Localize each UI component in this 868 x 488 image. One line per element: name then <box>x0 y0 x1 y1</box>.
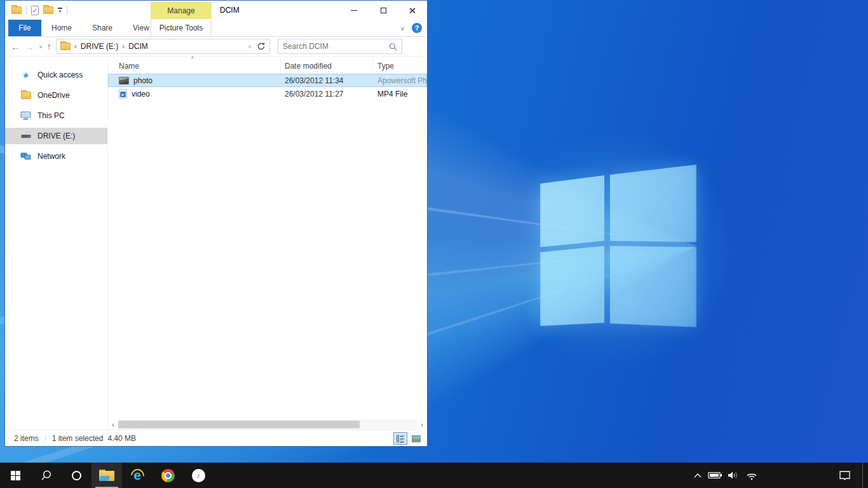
sidebar-item-onedrive[interactable]: OneDrive <box>5 87 107 104</box>
column-header-type[interactable]: Type <box>373 62 427 71</box>
refresh-icon[interactable] <box>257 42 266 51</box>
scroll-left-icon[interactable]: ‹ <box>108 419 118 430</box>
forward-button[interactable]: → <box>25 42 34 51</box>
taskbar-search-button[interactable] <box>31 463 61 488</box>
wifi-icon <box>745 471 758 480</box>
column-headers: ∧ Name Date modified Type <box>108 58 427 74</box>
volume-button[interactable] <box>724 463 742 488</box>
sidebar-item-drive-e[interactable]: DRIVE (E:) <box>5 128 107 144</box>
column-header-date-modified[interactable]: Date modified <box>281 58 373 74</box>
breadcrumb-drive[interactable]: DRIVE (E:) <box>81 42 118 51</box>
photo-file-icon <box>119 77 129 85</box>
column-header-name[interactable]: Name <box>108 58 281 74</box>
title-bar: ✓ ▾ Manage DCIM ✕ <box>5 1 427 20</box>
onedrive-folder-icon <box>20 92 31 99</box>
quick-access-toolbar: ✓ ▾ <box>11 1 67 20</box>
scrollbar-thumb[interactable] <box>118 421 360 428</box>
breadcrumb-separator: › <box>74 42 77 51</box>
minimize-button[interactable] <box>339 1 369 20</box>
recent-locations-chevron-icon[interactable]: ∨ <box>39 44 43 50</box>
tab-picture-tools[interactable]: Picture Tools <box>151 20 212 36</box>
tab-home[interactable]: Home <box>41 20 82 36</box>
app-icon[interactable] <box>11 6 22 14</box>
breadcrumb-dcim[interactable]: DCIM <box>128 42 148 51</box>
window-title: DCIM <box>220 1 240 20</box>
cortana-icon <box>72 471 81 480</box>
close-icon: ✕ <box>409 6 417 15</box>
search-box <box>278 39 402 54</box>
file-date-modified: 26/03/2012 11:27 <box>281 90 373 98</box>
desktop: ✓ ▾ Manage DCIM ✕ File Home Share View P… <box>0 0 868 488</box>
tab-share[interactable]: Share <box>82 20 123 36</box>
file-type: Apowersoft Pho <box>373 76 427 85</box>
tab-file[interactable]: File <box>8 20 41 36</box>
sidebar-item-network[interactable]: Network <box>5 148 107 165</box>
properties-icon[interactable]: ✓ <box>31 6 39 15</box>
search-icon <box>40 470 52 482</box>
drive-icon <box>20 133 31 139</box>
windows-logo <box>540 164 696 328</box>
cortana-button[interactable] <box>61 463 92 488</box>
customize-qat-icon[interactable]: ▾ <box>58 8 62 13</box>
action-center-icon <box>839 470 851 481</box>
windows-start-icon <box>11 471 20 480</box>
this-pc-icon <box>20 111 31 120</box>
file-date-modified: 26/03/2012 11:34 <box>281 76 373 85</box>
battery-status-button[interactable] <box>706 463 724 488</box>
separator <box>26 6 27 15</box>
network-button[interactable] <box>742 463 762 488</box>
back-button[interactable]: ← <box>11 42 20 51</box>
chrome-button[interactable] <box>153 463 183 488</box>
details-view-button[interactable] <box>393 432 407 445</box>
system-tray <box>689 463 868 488</box>
item-count: 2 items <box>14 434 39 443</box>
file-row-video[interactable]: video 26/03/2012 11:27 MP4 File <box>108 87 427 100</box>
sidebar-item-label: DRIVE (E:) <box>37 132 75 140</box>
maximize-icon <box>381 8 386 13</box>
explorer-main: ★ Quick access OneDrive This P <box>5 57 427 430</box>
minimize-ribbon-icon[interactable]: ∨ <box>400 25 405 32</box>
search-input[interactable] <box>283 42 389 51</box>
navigation-pane: ★ Quick access OneDrive This P <box>5 57 107 430</box>
hidden-icons-button[interactable] <box>689 463 706 488</box>
itunes-button[interactable]: ♪ <box>183 463 214 488</box>
sidebar-item-label: This PC <box>37 111 65 120</box>
sidebar-item-quick-access[interactable]: ★ Quick access <box>5 67 107 83</box>
new-folder-icon[interactable] <box>43 6 53 14</box>
maximize-button[interactable] <box>369 1 398 20</box>
close-button[interactable]: ✕ <box>398 1 427 20</box>
sidebar-item-label: Quick access <box>37 71 83 79</box>
address-dropdown-icon[interactable]: ∨ <box>248 44 252 50</box>
large-icons-view-icon <box>412 435 421 442</box>
file-explorer-window: ✓ ▾ Manage DCIM ✕ File Home Share View P… <box>4 0 428 447</box>
taskbar-edge <box>863 463 868 488</box>
horizontal-scrollbar[interactable]: ‹ › <box>108 419 427 430</box>
help-icon[interactable]: ? <box>412 23 422 33</box>
action-center-button[interactable] <box>833 463 856 488</box>
scrollbar-track[interactable] <box>118 419 417 430</box>
file-name: photo <box>133 76 153 85</box>
sidebar-item-this-pc[interactable]: This PC <box>5 107 107 124</box>
file-row-photo[interactable]: photo 26/03/2012 11:34 Apowersoft Pho <box>108 74 427 87</box>
file-type: MP4 File <box>373 90 427 98</box>
details-view-icon <box>397 435 405 443</box>
address-bar[interactable]: › DRIVE (E:) › DCIM ∨ <box>56 39 270 54</box>
large-icons-view-button[interactable] <box>409 432 423 445</box>
window-controls: ✕ <box>339 1 427 20</box>
sidebar-item-label: Network <box>37 152 65 161</box>
status-bar: 2 items 1 item selected 4.40 MB <box>5 430 427 446</box>
selection-size: 4.40 MB <box>107 434 136 443</box>
taskbar-file-explorer-button[interactable] <box>92 463 122 488</box>
sidebar-item-label: OneDrive <box>37 91 70 100</box>
scroll-right-icon[interactable]: › <box>417 419 427 430</box>
battery-icon <box>708 471 722 479</box>
internet-explorer-icon: e <box>130 468 145 483</box>
up-button[interactable]: ↑ <box>47 41 51 51</box>
selection-info: 1 item selected <box>52 434 104 443</box>
file-explorer-icon <box>99 470 114 481</box>
start-button[interactable] <box>0 463 31 488</box>
sort-ascending-icon: ∧ <box>191 55 194 60</box>
separator <box>67 6 67 15</box>
internet-explorer-button[interactable]: e <box>122 463 153 488</box>
search-icon[interactable] <box>389 43 397 51</box>
